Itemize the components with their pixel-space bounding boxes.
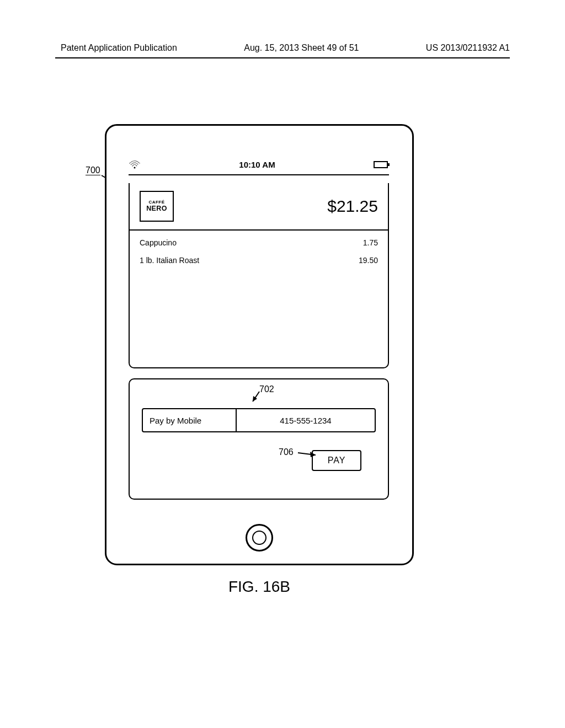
merchant-name-line2: NERO: [146, 205, 167, 212]
item-price: 1.75: [363, 238, 378, 247]
header-right: US 2013/0211932 A1: [426, 43, 510, 53]
line-item: Cappucino 1.75: [140, 238, 378, 247]
order-total: $21.25: [327, 197, 378, 216]
pay-phone-value[interactable]: 415-555-1234: [237, 409, 375, 431]
receipt-body: Cappucino 1.75 1 lb. Italian Roast 19.50: [129, 231, 389, 368]
figure-caption: FIG. 16B: [0, 578, 519, 596]
wifi-icon: [129, 158, 141, 170]
header-center: Aug. 15, 2013 Sheet 49 of 51: [244, 43, 359, 53]
svg-rect-4: [387, 163, 390, 166]
item-price: 19.50: [359, 256, 378, 265]
item-name: Cappucino: [140, 238, 177, 247]
merchant-logo: CAFFÉ NERO: [140, 191, 174, 222]
page-header: Patent Application Publication Aug. 15, …: [0, 43, 565, 53]
arrow-706: [297, 449, 321, 458]
line-item: 1 lb. Italian Roast 19.50: [140, 256, 378, 265]
pay-method-label: Pay by Mobile: [143, 409, 237, 431]
ref-706: 706: [279, 447, 294, 457]
arrow-702: [249, 389, 263, 405]
status-rule: [129, 174, 389, 175]
header-rule: [55, 57, 510, 58]
header-left: Patent Application Publication: [61, 43, 177, 53]
item-name: 1 lb. Italian Roast: [140, 256, 199, 265]
battery-icon: [374, 160, 390, 169]
pay-by-mobile-field[interactable]: Pay by Mobile 415-555-1234: [142, 408, 376, 432]
tablet-device-frame: 10:10 AM CAFFÉ NERO $21.25 Cappucino 1.7…: [105, 124, 414, 565]
svg-point-2: [134, 167, 135, 168]
status-time: 10:10 AM: [239, 160, 275, 169]
home-button[interactable]: [246, 524, 273, 552]
merchant-total-row: CAFFÉ NERO $21.25: [129, 183, 389, 231]
status-bar: 10:10 AM: [129, 156, 390, 173]
svg-rect-3: [374, 162, 387, 168]
